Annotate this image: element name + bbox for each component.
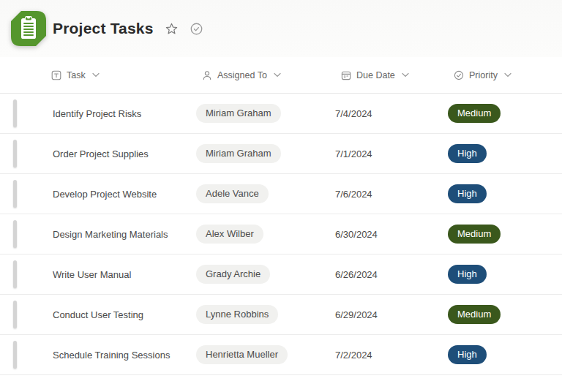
- task-title[interactable]: Write User Manual: [53, 269, 131, 280]
- task-cell: Identify Project Risks: [53, 107, 196, 120]
- priority-badge[interactable]: High: [448, 184, 487, 203]
- priority-badge[interactable]: Medium: [448, 225, 501, 244]
- assigned-person-pill[interactable]: Henrietta Mueller: [196, 345, 288, 364]
- assigned-to-cell: Adele Vance: [196, 184, 335, 203]
- priority-cell: High: [448, 184, 562, 203]
- chevron-down-icon: [274, 72, 281, 78]
- due-date-cell: 7/4/2024: [335, 107, 448, 120]
- star-icon[interactable]: [165, 22, 179, 36]
- priority-cell: Medium: [448, 225, 562, 244]
- chevron-down-icon: [402, 72, 409, 78]
- column-label: Task: [67, 70, 86, 80]
- column-label: Priority: [469, 70, 498, 80]
- row-handle-cell: [0, 140, 53, 167]
- table-row[interactable]: Write User Manual Grady Archie 6/26/2024…: [0, 255, 562, 295]
- assigned-person-pill[interactable]: Adele Vance: [196, 184, 269, 203]
- check-circle-icon: [454, 70, 464, 80]
- table-row[interactable]: Design Marketing Materials Alex Wilber 6…: [0, 214, 562, 255]
- row-drag-handle[interactable]: [13, 180, 17, 208]
- priority-badge[interactable]: High: [448, 265, 487, 284]
- row-drag-handle[interactable]: [13, 140, 17, 167]
- due-date-cell: 7/6/2024: [335, 187, 448, 200]
- priority-cell: Medium: [448, 104, 562, 123]
- row-handle-cell: [0, 341, 53, 369]
- task-title[interactable]: Design Marketing Materials: [53, 229, 168, 240]
- text-column-icon: [51, 70, 61, 80]
- table-row[interactable]: Order Project Supplies Miriam Graham 7/1…: [0, 134, 562, 174]
- table-row[interactable]: Conduct User Testing Lynne Robbins 6/29/…: [0, 295, 562, 335]
- task-cell: Conduct User Testing: [53, 308, 196, 321]
- due-date: 6/30/2024: [335, 229, 378, 240]
- column-header-task[interactable]: Task: [51, 70, 196, 80]
- column-header-due-date[interactable]: Due Date: [335, 70, 448, 80]
- column-header-priority[interactable]: Priority: [448, 70, 562, 80]
- priority-cell: Medium: [448, 305, 562, 324]
- task-title[interactable]: Develop Project Website: [53, 189, 157, 200]
- assigned-person-pill[interactable]: Miriam Graham: [196, 144, 281, 163]
- assigned-to-cell: Lynne Robbins: [196, 305, 335, 324]
- task-title[interactable]: Conduct User Testing: [53, 309, 143, 320]
- due-date: 7/2/2024: [335, 350, 372, 361]
- priority-badge[interactable]: High: [448, 345, 487, 364]
- assigned-person-pill[interactable]: Lynne Robbins: [196, 305, 278, 324]
- task-cell: Write User Manual: [53, 268, 196, 281]
- task-cell: Order Project Supplies: [53, 147, 196, 160]
- due-date: 6/29/2024: [335, 309, 378, 320]
- column-label: Due Date: [356, 70, 395, 80]
- assigned-to-cell: Miriam Graham: [196, 104, 335, 123]
- calendar-icon: [341, 70, 351, 80]
- row-handle-cell: [0, 301, 53, 328]
- task-rows: Identify Project Risks Miriam Graham 7/4…: [0, 94, 562, 375]
- table-row[interactable]: Schedule Training Sessions Henrietta Mue…: [0, 335, 562, 375]
- due-date-cell: 6/26/2024: [335, 268, 448, 281]
- due-date-cell: 6/30/2024: [335, 227, 448, 241]
- priority-badge[interactable]: Medium: [448, 305, 501, 324]
- assigned-person-pill[interactable]: Grady Archie: [196, 265, 270, 284]
- priority-cell: High: [448, 345, 562, 364]
- column-label: Assigned To: [217, 70, 267, 80]
- task-title[interactable]: Order Project Supplies: [53, 148, 149, 159]
- assigned-person-pill[interactable]: Alex Wilber: [196, 225, 263, 244]
- priority-cell: High: [448, 265, 562, 284]
- row-drag-handle[interactable]: [13, 260, 17, 288]
- task-title[interactable]: Schedule Training Sessions: [53, 350, 170, 361]
- priority-cell: High: [448, 144, 562, 163]
- row-drag-handle[interactable]: [13, 220, 17, 248]
- row-drag-handle[interactable]: [13, 341, 17, 369]
- task-cell: Develop Project Website: [53, 187, 196, 200]
- column-headers: Task Assigned To: [0, 57, 562, 94]
- task-cell: Schedule Training Sessions: [53, 348, 196, 361]
- task-cell: Design Marketing Materials: [53, 227, 196, 241]
- due-date: 7/1/2024: [335, 148, 372, 159]
- list-header: Project Tasks: [0, 0, 562, 57]
- chevron-down-icon: [504, 72, 512, 78]
- assigned-to-cell: Alex Wilber: [196, 225, 335, 244]
- row-handle-cell: [0, 260, 53, 288]
- due-date: 6/26/2024: [335, 269, 378, 280]
- due-date-cell: 6/29/2024: [335, 308, 448, 321]
- page-title: Project Tasks: [53, 20, 154, 37]
- assigned-person-pill[interactable]: Miriam Graham: [196, 104, 281, 123]
- due-date-cell: 7/1/2024: [335, 147, 448, 160]
- row-drag-handle[interactable]: [13, 99, 17, 127]
- row-drag-handle[interactable]: [13, 301, 17, 328]
- column-header-assigned-to[interactable]: Assigned To: [196, 70, 335, 80]
- assigned-to-cell: Henrietta Mueller: [196, 345, 335, 364]
- project-tasks-list-page: Project Tasks Task: [0, 0, 562, 392]
- row-handle-cell: [0, 99, 53, 127]
- table-row[interactable]: Develop Project Website Adele Vance 7/6/…: [0, 174, 562, 214]
- check-circle-icon[interactable]: [190, 22, 203, 36]
- table-row[interactable]: Identify Project Risks Miriam Graham 7/4…: [0, 94, 562, 134]
- due-date: 7/4/2024: [335, 108, 372, 119]
- person-icon: [202, 70, 212, 80]
- chevron-down-icon: [92, 72, 100, 78]
- row-handle-cell: [0, 180, 53, 208]
- row-handle-cell: [0, 220, 53, 248]
- clipboard-list-icon: [10, 10, 47, 47]
- due-date-cell: 7/2/2024: [335, 348, 448, 361]
- priority-badge[interactable]: Medium: [448, 104, 501, 123]
- assigned-to-cell: Miriam Graham: [196, 144, 335, 163]
- task-title[interactable]: Identify Project Risks: [53, 108, 141, 119]
- priority-badge[interactable]: High: [448, 144, 487, 163]
- assigned-to-cell: Grady Archie: [196, 265, 335, 284]
